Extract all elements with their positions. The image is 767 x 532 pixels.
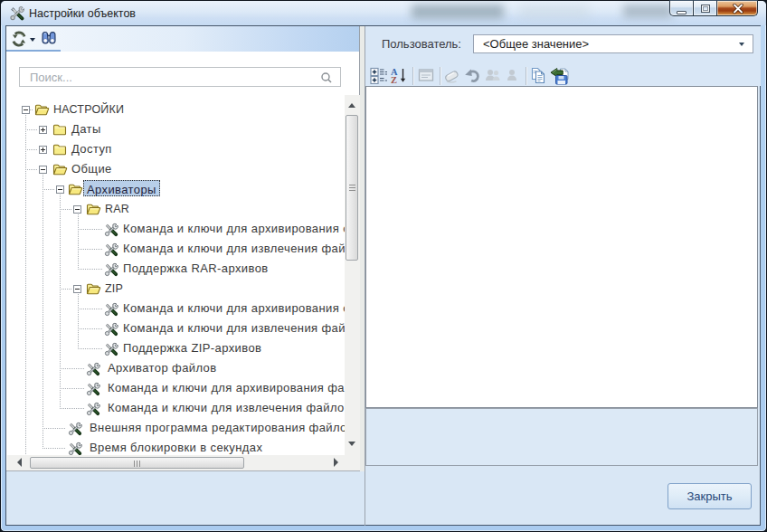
svg-text:Z: Z bbox=[391, 75, 397, 84]
